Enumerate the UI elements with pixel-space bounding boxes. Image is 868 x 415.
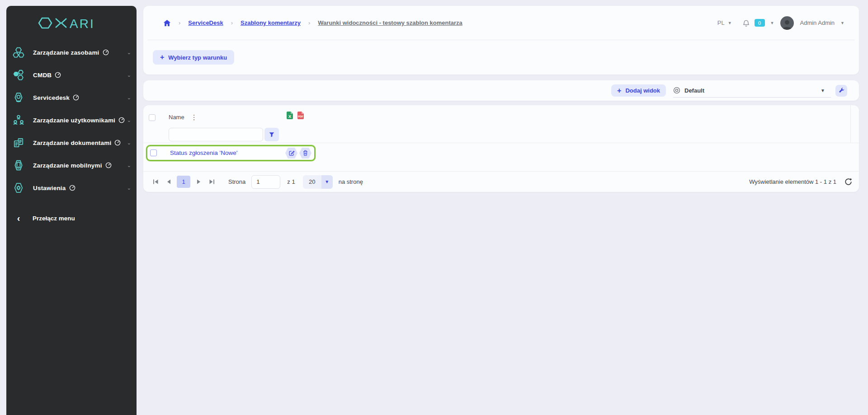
items-summary: Wyświetlanie elementów 1 - 1 z 1 (749, 178, 836, 185)
export-pdf-icon[interactable]: PDF (297, 111, 304, 120)
row-name-link[interactable]: Status zgłoszenia 'Nowe' (170, 149, 237, 156)
column-menu-icon[interactable]: ⋮ (191, 114, 198, 120)
edit-icon (288, 150, 295, 156)
view-select-value: Default (684, 87, 704, 94)
menu-toggle-label: Przełącz menu (33, 215, 75, 222)
breadcrumb-link-servicedesk[interactable]: ServiceDesk (188, 19, 223, 26)
plus-icon: + (617, 87, 621, 94)
plus-icon: + (160, 54, 164, 61)
cmdb-icon (13, 69, 24, 81)
gauge-icon (103, 49, 109, 56)
bell-icon[interactable] (742, 19, 750, 27)
gauge-icon (73, 94, 79, 101)
sidebar-item-servicedesk[interactable]: Servicedesk ⌄ (6, 86, 137, 109)
refresh-button[interactable] (844, 177, 853, 186)
sidebar-item-label: CMDB (33, 72, 52, 79)
page-number-input[interactable] (251, 175, 280, 189)
view-select[interactable]: Default ▼ (673, 84, 831, 98)
breadcrumb: › ServiceDesk › Szablony komentarzy › Wa… (163, 19, 462, 27)
add-view-button[interactable]: + Dodaj widok (611, 84, 666, 97)
chevron-down-icon[interactable]: ▼ (770, 21, 774, 25)
sidebar-item-label: Zarządzanie zasobami (33, 49, 99, 56)
add-view-label: Dodaj widok (625, 87, 660, 94)
conditions-grid-card: Name ⋮ X PDF (143, 105, 859, 192)
choose-condition-type-button[interactable]: + Wybierz typ warunku (153, 50, 234, 65)
sidebar-item-zarzadzanie-mobilnymi[interactable]: Zarządzanie mobilnymi ⌄ (6, 154, 137, 177)
row-checkbox[interactable] (150, 149, 157, 156)
breadcrumb-separator: › (179, 19, 180, 26)
funnel-icon (269, 131, 275, 138)
assets-icon (13, 47, 24, 58)
notification-badge[interactable]: 0 (755, 19, 765, 27)
user-name[interactable]: Admin Admin (800, 19, 835, 26)
export-excel-icon[interactable]: X (286, 111, 293, 120)
choose-condition-type-label: Wybierz typ warunku (168, 54, 227, 61)
name-column-header[interactable]: Name (169, 114, 184, 121)
page-size-value: 20 (303, 175, 321, 189)
sidebar-item-cmdb[interactable]: CMDB ⌄ (6, 64, 137, 86)
oxari-logo: ARI (6, 16, 137, 30)
home-icon[interactable] (163, 19, 171, 27)
language-selector[interactable]: PL (717, 19, 725, 26)
user-bar: PL ▼ 0 ▼ Admin Admin ▼ (717, 16, 844, 30)
sidebar-item-zarzadzanie-dokumentami[interactable]: Zarządzanie dokumentami ⌄ (6, 131, 137, 154)
page-label: Strona (228, 178, 245, 185)
previous-page-button[interactable] (164, 177, 174, 187)
page-size-select[interactable]: 20 ▼ (303, 175, 333, 189)
gauge-icon (118, 117, 125, 123)
menu-toggle-button[interactable]: ‹ Przełącz menu (6, 208, 137, 228)
sidebar-menu: Zarządzanie zasobami ⌄ CMDB (6, 41, 137, 199)
sidebar-item-zarzadzanie-uzytkownikami[interactable]: Zarządzanie użytkownikami ⌄ (6, 109, 137, 131)
page-number-button[interactable]: 1 (177, 176, 190, 188)
gauge-icon (69, 185, 75, 191)
sidebar-item-label: Ustawienia (33, 185, 66, 191)
grid-header: Name ⋮ X PDF (143, 105, 859, 143)
page-of-total: z 1 (287, 178, 295, 185)
delete-row-button[interactable] (299, 148, 311, 159)
chevron-down-icon: ▼ (321, 175, 333, 189)
gauge-icon (55, 72, 61, 78)
sidebar-item-label: Zarządzanie dokumentami (33, 140, 111, 146)
chevron-down-icon: ▼ (821, 88, 825, 93)
header-card: › ServiceDesk › Szablony komentarzy › Wa… (143, 6, 859, 75)
name-filter-input[interactable] (169, 128, 263, 141)
sidebar-item-zarzadzanie-zasobami[interactable]: Zarządzanie zasobami ⌄ (6, 41, 137, 64)
avatar[interactable] (780, 16, 794, 30)
last-page-button[interactable] (207, 177, 217, 187)
mobile-icon (13, 159, 24, 171)
view-toolbar: + Dodaj widok Default ▼ (611, 84, 847, 98)
chevron-down-icon: ⌄ (127, 73, 131, 78)
settings-icon (13, 182, 24, 194)
table-row-highlighted[interactable]: Status zgłoszenia 'Nowe' (146, 145, 316, 161)
chevron-down-icon[interactable]: ▼ (840, 21, 844, 25)
breadcrumb-separator: › (308, 19, 310, 26)
sidebar-item-label: Servicedesk (33, 94, 70, 101)
chevron-down-icon: ⌄ (127, 95, 131, 100)
per-page-label: na stronę (339, 178, 363, 185)
gauge-icon (114, 140, 121, 146)
chevron-down-icon[interactable]: ▼ (728, 21, 732, 25)
breadcrumb-current: Warunki widoczności - testowy szablon ko… (318, 19, 462, 26)
next-page-button[interactable] (193, 177, 203, 187)
select-all-checkbox[interactable] (149, 114, 156, 121)
gauge-icon (105, 162, 112, 168)
edit-row-button[interactable] (285, 148, 297, 159)
breadcrumb-link-szablony-komentarzy[interactable]: Szablony komentarzy (241, 19, 301, 26)
first-page-button[interactable] (151, 177, 160, 187)
sidebar-item-label: Zarządzanie mobilnymi (33, 162, 102, 169)
svg-text:ARI: ARI (70, 17, 95, 30)
documents-icon (13, 137, 24, 149)
chevron-down-icon: ⌄ (127, 118, 131, 123)
users-icon (13, 114, 24, 126)
sidebar-item-ustawienia[interactable]: Ustawienia ⌄ (6, 177, 137, 199)
view-toolbar-card: + Dodaj widok Default ▼ (143, 80, 859, 101)
filter-button[interactable] (264, 128, 279, 141)
view-settings-button[interactable] (835, 85, 847, 97)
grid-pager: 1 Strona z 1 20 ▼ na stronę Wyświetlanie… (143, 171, 859, 192)
chevron-down-icon: ⌄ (127, 50, 131, 55)
divider (850, 105, 851, 143)
sidebar-item-label: Zarządzanie użytkownikami (33, 117, 115, 124)
trash-icon (302, 150, 308, 156)
servicedesk-icon (13, 92, 24, 103)
sidebar: ARI Zarządzanie zasobami ⌄ (6, 6, 137, 415)
